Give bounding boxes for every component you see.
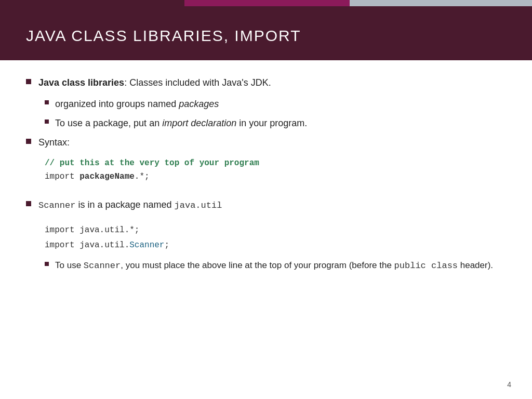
bar-gray [350,0,532,6]
import-scanner-semi: ; [164,241,169,250]
bullet-square-2 [26,139,31,144]
import-scanner-class: Scanner [129,241,164,250]
sub-bullets-1: organized into groups named packages To … [45,97,506,130]
bullet-3: Scanner is in a package named java.util [26,198,506,212]
sub-bullets-3: To use Scanner, you must place the above… [45,259,506,273]
code-comment-line: // put this at the very top of your prog… [45,157,506,170]
bullet-square-1 [26,79,31,84]
bullet-1: Java class libraries: Classes included w… [26,76,506,90]
top-bars [0,0,532,6]
sub-bullet-3-1-text: To use Scanner, you must place the above… [55,259,493,273]
bullet-2: Syntax: [26,136,506,150]
gap-1 [26,188,506,198]
sub-bullet-italic-2: import declaration [162,118,236,128]
bullet-2-text: Syntax: [38,136,70,150]
slide-content: Java class libraries: Classes included w… [0,71,532,288]
bullet-1-bold: Java class libraries [38,77,124,88]
sub-bullet-square-2 [45,119,49,124]
sub-bullet-1-1-text: organized into groups named packages [55,97,219,111]
public-class-code: public class [394,261,458,271]
code-comment-text: // put this at the very top of your prog… [45,158,259,168]
bullet-3-normal: is in a package named [75,200,174,210]
sub-bullet-italic-1: packages [179,99,219,109]
scanner-ref-code: Scanner [84,261,121,271]
sub-bullet-1-2-text: To use a package, put an import declarat… [55,116,307,130]
bullet-3-text: Scanner is in a package named java.util [38,198,222,212]
code-package-name: packageName [79,172,135,181]
slide-header: JAVA CLASS LIBRARIES, IMPORT [0,6,532,60]
code-import-keyword: import [45,172,79,181]
slide: JAVA CLASS LIBRARIES, IMPORT Java class … [0,0,532,399]
sub-bullet-1-2: To use a package, put an import declarat… [45,116,506,130]
scanner-inline-code: Scanner [38,201,75,210]
code-block-scanner-2: import java.util.Scanner; [45,239,506,252]
sub-bullet-square-1 [45,100,49,104]
sub-bullet-3-1: To use Scanner, you must place the above… [45,259,506,273]
java-util-inline-code: java.util [175,201,222,210]
bar-dark [0,0,184,6]
bullet-1-text: Java class libraries: Classes included w… [38,76,271,90]
code-block-scanner-1: import java.util.*; [45,224,506,237]
slide-title: JAVA CLASS LIBRARIES, IMPORT [26,27,506,45]
sub-bullet-square-3 [45,262,49,266]
import-java-util-line: import java.util.*; [45,225,139,235]
bullet-1-normal: : Classes included with Java's JDK. [124,77,271,88]
bar-purple [184,0,350,6]
code-import-line: import packageName.*; [45,170,506,184]
import-scanner-prefix: import java.util. [45,241,129,250]
code-block-syntax: // put this at the very top of your prog… [45,157,506,183]
page-number: 4 [507,380,511,389]
code-wildcard: .*; [135,172,150,181]
gap-2 [26,220,506,224]
gap-3 [26,255,506,259]
sub-bullet-1-1: organized into groups named packages [45,97,506,111]
bullet-square-3 [26,201,31,206]
